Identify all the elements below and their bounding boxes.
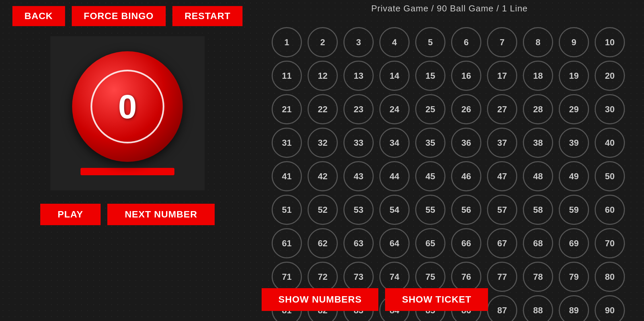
number-ball-5[interactable]: 5 bbox=[415, 27, 445, 57]
number-ball-75[interactable]: 75 bbox=[415, 262, 445, 292]
show-numbers-button[interactable]: SHOW NUMBERS bbox=[262, 288, 378, 311]
number-ball-87[interactable]: 87 bbox=[487, 295, 517, 321]
number-ball-55[interactable]: 55 bbox=[415, 195, 445, 225]
number-ball-59[interactable]: 59 bbox=[559, 195, 589, 225]
left-panel: BACK FORCE BINGO RESTART 0 PLAY NEXT NUM… bbox=[0, 0, 255, 321]
number-ball-1[interactable]: 1 bbox=[272, 27, 302, 57]
number-ball-8[interactable]: 8 bbox=[523, 27, 553, 57]
number-ball-11[interactable]: 11 bbox=[272, 61, 302, 91]
number-ball-58[interactable]: 58 bbox=[523, 195, 553, 225]
number-ball-65[interactable]: 65 bbox=[415, 228, 445, 258]
number-ball-25[interactable]: 25 bbox=[415, 94, 445, 124]
number-ball-40[interactable]: 40 bbox=[595, 128, 625, 158]
number-ball-4[interactable]: 4 bbox=[379, 27, 410, 57]
number-ball-53[interactable]: 53 bbox=[343, 195, 374, 225]
number-ball-54[interactable]: 54 bbox=[379, 195, 410, 225]
number-ball-13[interactable]: 13 bbox=[343, 61, 374, 91]
ball-stand bbox=[80, 168, 174, 175]
number-ball-43[interactable]: 43 bbox=[343, 161, 374, 191]
number-ball-32[interactable]: 32 bbox=[308, 128, 338, 158]
number-ball-29[interactable]: 29 bbox=[559, 94, 589, 124]
number-ball-79[interactable]: 79 bbox=[559, 262, 589, 292]
number-ball-90[interactable]: 90 bbox=[595, 295, 625, 321]
back-button[interactable]: BACK bbox=[12, 6, 65, 26]
number-ball-10[interactable]: 10 bbox=[595, 27, 625, 57]
number-ball-89[interactable]: 89 bbox=[559, 295, 589, 321]
number-ball-38[interactable]: 38 bbox=[523, 128, 553, 158]
ball-number: 0 bbox=[118, 90, 137, 123]
number-ball-51[interactable]: 51 bbox=[272, 195, 302, 225]
number-ball-27[interactable]: 27 bbox=[487, 94, 517, 124]
number-ball-23[interactable]: 23 bbox=[343, 94, 374, 124]
number-ball-7[interactable]: 7 bbox=[487, 27, 517, 57]
bingo-ball: 0 bbox=[72, 51, 183, 162]
number-ball-41[interactable]: 41 bbox=[272, 161, 302, 191]
ball-container: 0 bbox=[50, 36, 205, 190]
number-ball-44[interactable]: 44 bbox=[379, 161, 410, 191]
bottom-buttons: PLAY NEXT NUMBER bbox=[40, 204, 215, 225]
number-ball-80[interactable]: 80 bbox=[595, 262, 625, 292]
number-ball-30[interactable]: 30 bbox=[595, 94, 625, 124]
number-ball-15[interactable]: 15 bbox=[415, 61, 445, 91]
number-ball-6[interactable]: 6 bbox=[451, 27, 481, 57]
number-ball-24[interactable]: 24 bbox=[379, 94, 410, 124]
number-ball-57[interactable]: 57 bbox=[487, 195, 517, 225]
number-ball-88[interactable]: 88 bbox=[523, 295, 553, 321]
number-ball-33[interactable]: 33 bbox=[343, 128, 374, 158]
number-ball-72[interactable]: 72 bbox=[308, 262, 338, 292]
number-ball-61[interactable]: 61 bbox=[272, 228, 302, 258]
number-ball-77[interactable]: 77 bbox=[487, 262, 517, 292]
number-ball-3[interactable]: 3 bbox=[343, 27, 374, 57]
restart-button[interactable]: RESTART bbox=[172, 6, 243, 26]
top-buttons: BACK FORCE BINGO RESTART bbox=[12, 6, 243, 26]
number-ball-63[interactable]: 63 bbox=[343, 228, 374, 258]
number-ball-73[interactable]: 73 bbox=[343, 262, 374, 292]
number-ball-26[interactable]: 26 bbox=[451, 94, 481, 124]
number-ball-2[interactable]: 2 bbox=[308, 27, 338, 57]
number-ball-52[interactable]: 52 bbox=[308, 195, 338, 225]
number-ball-66[interactable]: 66 bbox=[451, 228, 481, 258]
number-ball-70[interactable]: 70 bbox=[595, 228, 625, 258]
number-ball-49[interactable]: 49 bbox=[559, 161, 589, 191]
next-number-button[interactable]: NEXT NUMBER bbox=[107, 204, 215, 225]
number-board: 1234567891011121314151617181920212223242… bbox=[265, 20, 634, 321]
number-ball-35[interactable]: 35 bbox=[415, 128, 445, 158]
number-ball-76[interactable]: 76 bbox=[451, 262, 481, 292]
number-ball-14[interactable]: 14 bbox=[379, 61, 410, 91]
number-ball-16[interactable]: 16 bbox=[451, 61, 481, 91]
bottom-action-buttons: SHOW NUMBERS SHOW TICKET bbox=[255, 288, 488, 311]
number-ball-69[interactable]: 69 bbox=[559, 228, 589, 258]
number-ball-71[interactable]: 71 bbox=[272, 262, 302, 292]
number-ball-17[interactable]: 17 bbox=[487, 61, 517, 91]
number-ball-56[interactable]: 56 bbox=[451, 195, 481, 225]
number-ball-34[interactable]: 34 bbox=[379, 128, 410, 158]
number-ball-18[interactable]: 18 bbox=[523, 61, 553, 91]
number-ball-50[interactable]: 50 bbox=[595, 161, 625, 191]
number-ball-46[interactable]: 46 bbox=[451, 161, 481, 191]
number-ball-62[interactable]: 62 bbox=[308, 228, 338, 258]
number-ball-39[interactable]: 39 bbox=[559, 128, 589, 158]
number-ball-78[interactable]: 78 bbox=[523, 262, 553, 292]
number-ball-9[interactable]: 9 bbox=[559, 27, 589, 57]
show-ticket-button[interactable]: SHOW TICKET bbox=[385, 288, 488, 311]
number-ball-31[interactable]: 31 bbox=[272, 128, 302, 158]
number-ball-74[interactable]: 74 bbox=[379, 262, 410, 292]
number-ball-48[interactable]: 48 bbox=[523, 161, 553, 191]
number-ball-60[interactable]: 60 bbox=[595, 195, 625, 225]
number-ball-19[interactable]: 19 bbox=[559, 61, 589, 91]
number-ball-42[interactable]: 42 bbox=[308, 161, 338, 191]
number-ball-22[interactable]: 22 bbox=[308, 94, 338, 124]
number-ball-67[interactable]: 67 bbox=[487, 228, 517, 258]
force-bingo-button[interactable]: FORCE BINGO bbox=[72, 6, 166, 26]
number-ball-28[interactable]: 28 bbox=[523, 94, 553, 124]
number-ball-47[interactable]: 47 bbox=[487, 161, 517, 191]
number-ball-64[interactable]: 64 bbox=[379, 228, 410, 258]
play-button[interactable]: PLAY bbox=[40, 204, 101, 225]
number-ball-36[interactable]: 36 bbox=[451, 128, 481, 158]
number-ball-20[interactable]: 20 bbox=[595, 61, 625, 91]
number-ball-12[interactable]: 12 bbox=[308, 61, 338, 91]
number-ball-37[interactable]: 37 bbox=[487, 128, 517, 158]
number-ball-21[interactable]: 21 bbox=[272, 94, 302, 124]
number-ball-45[interactable]: 45 bbox=[415, 161, 445, 191]
number-ball-68[interactable]: 68 bbox=[523, 228, 553, 258]
